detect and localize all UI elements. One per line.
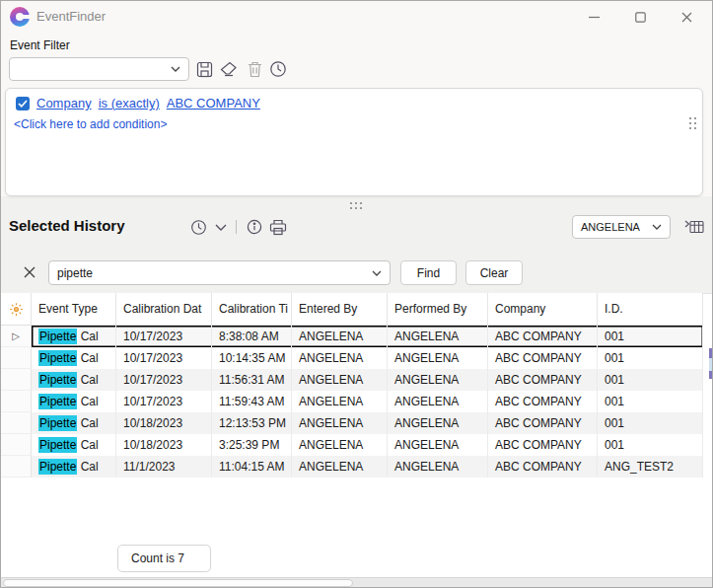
eventfinder-window: EventFinder Event Filter xyxy=(0,0,713,588)
user-combobox[interactable]: ANGELENA xyxy=(572,215,671,239)
table-row[interactable]: ▷ Pipette Cal 10/17/2023 8:38:08 AM ANGE… xyxy=(1,326,703,347)
close-button[interactable] xyxy=(664,1,709,33)
cell-company: ABC COMPANY xyxy=(488,434,598,456)
cell-event-rest: Cal xyxy=(77,351,98,365)
cell-event-type: Pipette Cal xyxy=(32,326,116,347)
maximize-button[interactable] xyxy=(617,1,663,33)
table-body: ▷ Pipette Cal 10/17/2023 8:38:08 AM ANGE… xyxy=(1,326,703,478)
print-button[interactable] xyxy=(267,216,289,238)
selected-history-title: Selected History xyxy=(9,217,125,234)
vertical-scrollbar-thumb[interactable] xyxy=(709,371,713,379)
horizontal-scrollbar-thumb[interactable] xyxy=(3,579,353,587)
cell-company: ABC COMPANY xyxy=(488,456,598,478)
vertical-scrollbar-thumb[interactable] xyxy=(709,358,713,371)
cell-entered-by: ANGELENA xyxy=(292,434,388,456)
table-header-row: Event Type Calibration Dat Calibration T… xyxy=(1,293,703,326)
vertical-scrollbar-thumb[interactable] xyxy=(709,348,713,358)
title-bar[interactable]: EventFinder xyxy=(1,1,712,33)
cell-performed-by: ANGELENA xyxy=(388,326,488,347)
save-filter-button[interactable] xyxy=(193,58,215,80)
cell-calibration-date: 10/17/2023 xyxy=(116,369,212,391)
cell-calibration-time: 11:56:31 AM xyxy=(212,369,292,391)
header-cell[interactable]: Company xyxy=(488,293,598,325)
condition-value-link[interactable]: ABC COMPANY xyxy=(167,96,260,110)
cell-event-rest: Cal xyxy=(77,373,98,387)
cell-company: ABC COMPANY xyxy=(488,369,598,391)
table-row[interactable]: Pipette Cal 10/18/2023 3:25:39 PM ANGELE… xyxy=(1,434,703,456)
cell-entered-by: ANGELENA xyxy=(292,347,388,369)
cell-performed-by: ANGELENA xyxy=(388,391,488,412)
panel-resize-grip[interactable] xyxy=(689,117,696,129)
header-cell[interactable]: Entered By xyxy=(292,293,388,325)
history-clock-button[interactable] xyxy=(187,216,209,238)
history-table: Event Type Calibration Dat Calibration T… xyxy=(1,293,713,577)
cell-calibration-date: 10/17/2023 xyxy=(116,391,212,412)
cell-event-rest: Cal xyxy=(77,395,98,408)
event-filter-combobox[interactable] xyxy=(9,57,189,81)
table-row[interactable]: Pipette Cal 10/18/2023 12:13:53 PM ANGEL… xyxy=(1,412,703,434)
save-icon xyxy=(196,61,213,78)
column-chooser-button[interactable] xyxy=(683,216,705,238)
table-row[interactable]: Pipette Cal 10/17/2023 10:14:35 AM ANGEL… xyxy=(1,347,703,369)
header-cell-indicator[interactable] xyxy=(1,293,32,325)
find-button[interactable]: Find xyxy=(400,260,457,285)
header-cell[interactable]: Calibration Dat xyxy=(116,293,212,325)
history-filter-button[interactable] xyxy=(267,58,289,80)
clear-button[interactable]: Clear xyxy=(465,260,523,285)
add-condition-link[interactable]: <Click here to add condition> xyxy=(14,117,167,131)
sun-icon xyxy=(9,302,24,317)
chevron-down-icon xyxy=(215,224,227,231)
app-logo-icon xyxy=(10,7,30,27)
cell-event-rest: Cal xyxy=(77,330,98,343)
cell-calibration-date: 10/18/2023 xyxy=(116,412,212,434)
minimize-button[interactable] xyxy=(571,1,616,33)
header-cell[interactable]: I.D. xyxy=(598,293,703,325)
cell-event-type: Pipette Cal xyxy=(32,391,116,412)
chevron-down-icon xyxy=(652,224,662,230)
clear-filter-button[interactable] xyxy=(218,58,240,80)
cell-event-type: Pipette Cal xyxy=(32,347,116,369)
header-cell[interactable]: Performed By xyxy=(388,293,488,325)
info-button[interactable] xyxy=(244,216,265,238)
cell-performed-by: ANGELENA xyxy=(388,347,488,369)
row-marker xyxy=(1,434,32,456)
splitter-grip[interactable] xyxy=(350,202,362,209)
cell-performed-by: ANGELENA xyxy=(388,369,488,391)
clear-search-x-button[interactable] xyxy=(22,264,37,280)
header-cell[interactable]: Calibration Ti xyxy=(212,293,292,325)
table-row[interactable]: Pipette Cal 10/17/2023 11:56:31 AM ANGEL… xyxy=(1,369,703,391)
x-icon xyxy=(24,266,36,278)
filter-conditions-panel: Company is (exactly) ABC COMPANY <Click … xyxy=(5,88,703,196)
row-marker xyxy=(1,391,32,412)
cell-calibration-time: 11:59:43 AM xyxy=(212,391,292,412)
condition-field-link[interactable]: Company xyxy=(36,96,92,110)
close-icon xyxy=(681,12,692,23)
cell-event-type: Pipette Cal xyxy=(32,456,116,478)
cell-calibration-time: 12:13:53 PM xyxy=(212,412,292,434)
table-row[interactable]: Pipette Cal 10/17/2023 11:59:43 AM ANGEL… xyxy=(1,391,703,412)
table-row[interactable]: Pipette Cal 11/1/2023 11:04:15 AM ANGELE… xyxy=(1,456,703,478)
count-badge: Count is 7 xyxy=(117,545,211,572)
cell-event-type: Pipette Cal xyxy=(32,369,116,391)
table-grid-icon xyxy=(684,219,704,235)
cell-event-highlight: Pipette xyxy=(38,329,77,344)
maximize-icon xyxy=(635,12,646,23)
cell-calibration-time: 3:25:39 PM xyxy=(212,434,292,456)
cell-entered-by: ANGELENA xyxy=(292,456,388,478)
condition-checkbox[interactable] xyxy=(16,97,30,110)
cell-calibration-time: 11:04:15 AM xyxy=(212,456,292,478)
cell-event-rest: Cal xyxy=(77,416,98,430)
header-cell[interactable]: Event Type xyxy=(32,293,116,325)
delete-filter-button[interactable] xyxy=(244,58,265,80)
cell-event-highlight: Pipette xyxy=(38,394,77,409)
search-combobox[interactable]: pipette xyxy=(48,260,391,285)
chevron-down-icon xyxy=(171,66,180,72)
condition-operator-link[interactable]: is (exactly) xyxy=(99,96,160,110)
toolbar-divider xyxy=(236,220,237,234)
cell-id: 001 xyxy=(598,347,703,369)
cell-event-rest: Cal xyxy=(77,438,98,452)
history-dropdown-button[interactable] xyxy=(210,216,232,238)
clock-icon xyxy=(269,60,287,78)
cell-performed-by: ANGELENA xyxy=(388,456,488,478)
cell-calibration-time: 8:38:08 AM xyxy=(212,326,292,347)
